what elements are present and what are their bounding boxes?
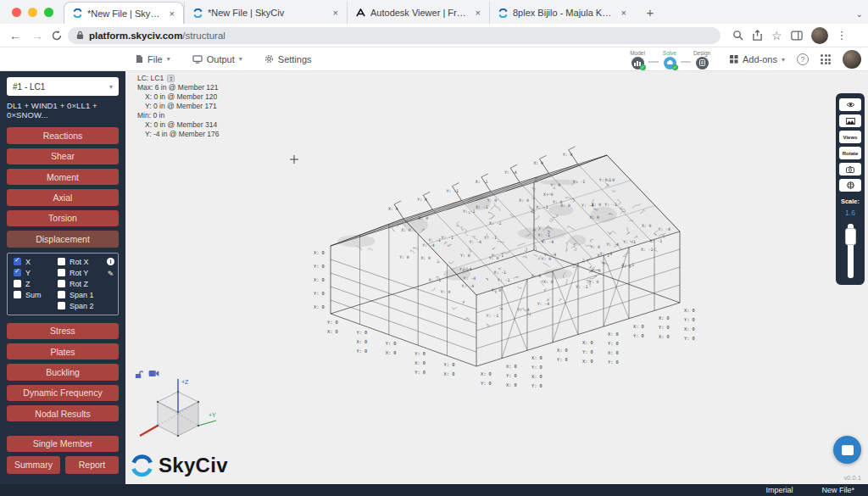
solve-step-icon[interactable]: ✓: [664, 57, 676, 70]
reactions-button[interactable]: Reactions: [7, 127, 119, 143]
render-3d-button[interactable]: [839, 179, 861, 192]
screenshot-button[interactable]: [839, 163, 861, 176]
rotate-button[interactable]: Rotate: [839, 147, 861, 159]
model-viewport[interactable]: X: 0Y: 0Y: -1X: -1Y: -4X: 0Y: 0X: 0Y: -1…: [125, 71, 868, 484]
tab-autodesk-viewer[interactable]: Autodesk Viewer | Free Online ×: [347, 2, 489, 24]
forward-button[interactable]: →: [29, 29, 46, 42]
step-model[interactable]: Model ✓: [626, 50, 648, 70]
address-bar[interactable]: platform.skyciv.com/structural: [68, 27, 721, 44]
skyciv-logo-icon: [131, 454, 153, 477]
svg-text:Y: 0: Y: 0: [563, 153, 573, 157]
nodal-results-button[interactable]: Nodal Results: [7, 405, 119, 421]
close-window-button[interactable]: [12, 8, 21, 17]
svg-text:X: 0: X: 0: [531, 274, 542, 278]
checkbox-y[interactable]: Y: [14, 269, 58, 277]
checkbox-rot-x[interactable]: Rot X: [58, 258, 114, 266]
svg-text:Y: -1: Y: -1: [441, 236, 453, 240]
axis-orientation-cube[interactable]: +Z +Y: [136, 376, 220, 454]
single-member-button[interactable]: Single Member: [7, 436, 119, 452]
checkbox-span-1[interactable]: Span 1: [58, 291, 114, 299]
app-version: v0.0.1: [844, 474, 861, 482]
svg-text:Y: -4: Y: -4: [462, 284, 475, 288]
checkbox-x[interactable]: X: [14, 258, 58, 266]
minimize-window-button[interactable]: [28, 8, 37, 17]
visibility-button[interactable]: [839, 98, 861, 111]
svg-text:Y: 0: Y: 0: [506, 373, 517, 378]
edit-pencil-icon[interactable]: ✎: [108, 270, 114, 278]
back-button[interactable]: ←: [7, 29, 24, 42]
views-button[interactable]: Views: [839, 131, 861, 143]
scale-slider-knob[interactable]: [845, 228, 856, 245]
maximize-window-button[interactable]: [44, 8, 53, 17]
checkbox-rot-y[interactable]: Rot Y: [58, 269, 114, 277]
svg-text:X: 0: X: 0: [327, 329, 338, 334]
step-design[interactable]: Design: [691, 50, 713, 70]
plates-button[interactable]: Plates: [7, 343, 119, 359]
tab-8plex-bijilo[interactable]: 8plex Bijilo - Majula Koita - bfa ×: [489, 2, 635, 24]
tab-close-icon[interactable]: ×: [620, 8, 628, 18]
load-case-select[interactable]: #1 - LC1 ▾: [7, 77, 119, 96]
file-menu[interactable]: File▾: [136, 54, 170, 64]
svg-text:Y: -1: Y: -1: [463, 209, 476, 214]
svg-text:Y: 0: Y: 0: [684, 317, 695, 322]
new-tab-button[interactable]: +: [640, 2, 660, 22]
step-solve[interactable]: Solve ✓: [659, 50, 681, 70]
tab-close-icon[interactable]: ×: [168, 8, 176, 19]
settings-menu[interactable]: Settings: [264, 54, 312, 64]
window-controls[interactable]: [0, 8, 64, 24]
info-icon[interactable]: i: [107, 258, 114, 265]
tab-overflow-chevron-icon[interactable]: ⌄: [856, 9, 863, 19]
axial-button[interactable]: Axial: [7, 189, 119, 205]
svg-text:X: 0: X: 0: [506, 364, 517, 369]
dynamic-frequency-button[interactable]: Dynamic Frequency: [7, 385, 119, 401]
user-avatar[interactable]: [843, 50, 861, 69]
svg-text:X: 0: X: 0: [388, 207, 398, 211]
lc-badge-icon[interactable]: ↥: [167, 75, 175, 82]
buckling-button[interactable]: Buckling: [7, 364, 119, 380]
displacement-button[interactable]: Displacement: [7, 231, 119, 247]
tab-close-icon[interactable]: ×: [474, 8, 482, 18]
summary-button[interactable]: Summary: [7, 456, 60, 474]
help-button[interactable]: ?: [797, 53, 809, 65]
render-button[interactable]: [839, 114, 861, 127]
tab-new-file-1[interactable]: *New File | SkyCiv ×: [64, 2, 184, 24]
svg-text:X: 0: X: 0: [642, 224, 652, 228]
browser-profile-avatar[interactable]: [811, 27, 828, 44]
bookmark-star-icon[interactable]: ☆: [771, 29, 782, 42]
refresh-icon[interactable]: [51, 30, 63, 42]
tab-close-icon[interactable]: ×: [331, 8, 340, 18]
side-panel-icon[interactable]: [791, 31, 803, 41]
stress-button[interactable]: Stress: [7, 323, 119, 339]
checkbox-sum[interactable]: Sum: [14, 291, 58, 299]
checkbox-z[interactable]: Z: [14, 280, 58, 288]
shear-button[interactable]: Shear: [7, 148, 119, 164]
output-menu[interactable]: Output▾: [192, 54, 242, 64]
addons-menu[interactable]: Add-ons▾: [730, 54, 785, 64]
share-icon[interactable]: [752, 30, 763, 41]
structure-wireframe[interactable]: X: 0Y: 0Y: -1X: -1Y: -4X: 0Y: 0X: 0Y: -1…: [125, 71, 868, 484]
moment-button[interactable]: Moment: [7, 169, 119, 185]
results-summary-overlay: LC: LC1↥ Max: 6 in @ Member 121 X: 0 in …: [137, 74, 220, 139]
chat-support-button[interactable]: [833, 436, 861, 464]
units-indicator[interactable]: Imperial: [765, 486, 793, 494]
svg-text:Y: 0: Y: 0: [633, 333, 644, 338]
svg-text:X: 0: X: 0: [633, 324, 644, 329]
apps-grid-icon[interactable]: [821, 54, 831, 64]
svg-text:Y: -1: Y: -1: [604, 203, 617, 207]
checkbox-rot-z[interactable]: Rot Z: [58, 280, 114, 288]
file-name-status[interactable]: New File*: [821, 486, 854, 494]
search-icon[interactable]: [732, 30, 743, 41]
scale-label: Scale:: [841, 198, 860, 205]
model-step-icon[interactable]: ✓: [632, 57, 644, 70]
svg-text:Y: 0: Y: 0: [415, 351, 426, 356]
chrome-menu-icon[interactable]: ⋮: [837, 29, 848, 42]
checkbox-span-2[interactable]: Span 2: [58, 302, 114, 310]
output-monitor-icon: [192, 55, 203, 64]
svg-text:X: 0: X: 0: [659, 315, 670, 320]
design-step-icon[interactable]: [696, 57, 709, 70]
scale-slider[interactable]: [848, 224, 854, 278]
report-button[interactable]: Report: [65, 456, 119, 474]
torsion-button[interactable]: Torsion: [7, 210, 119, 226]
tab-new-file-2[interactable]: *New File | SkyCiv ×: [184, 2, 347, 24]
svg-text:Y: -1: Y: -1: [623, 240, 636, 244]
